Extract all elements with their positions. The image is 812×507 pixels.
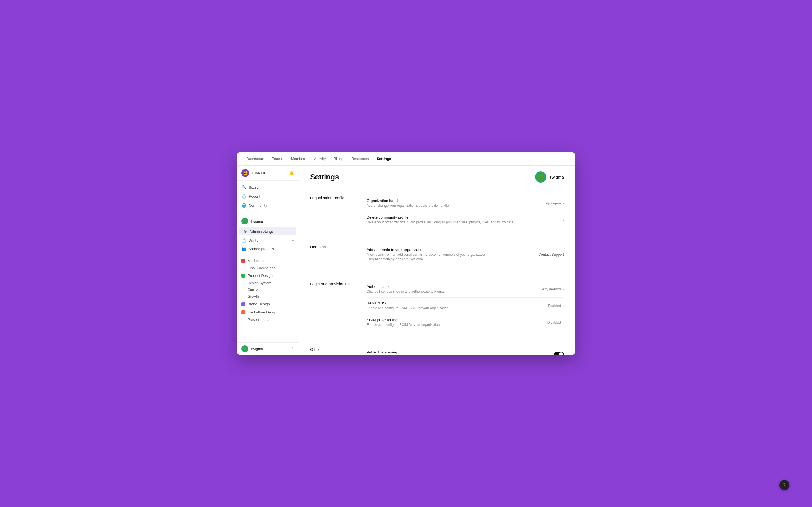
sidebar: 🐱 Yuna Lu 🔔 🔍 Search 🕐 Recent 🌐 [237, 166, 299, 355]
org-icon: 🌿 [241, 218, 248, 224]
settings-section-org-profile: Organization profile Organization handle… [310, 187, 564, 236]
product-design-color-dot [241, 274, 245, 278]
chevron-right-icon-3: › [562, 287, 564, 291]
hackathon-color-dot [241, 311, 245, 314]
sidebar-admin-settings[interactable]: ⚙ Admin settings [239, 227, 296, 235]
scim-info: SCIM provisioning Enable and configure S… [366, 318, 547, 327]
public-link-title: Public link sharing [366, 350, 554, 354]
org-handle-info: Organization handle Add or change your o… [366, 199, 546, 208]
sidebar-item-search[interactable]: 🔍 Search [237, 183, 299, 192]
sidebar-user[interactable]: 🐱 Yuna Lu [241, 169, 265, 177]
add-domain-desc: Allow users from an additional domain to… [366, 252, 539, 262]
sidebar-sub-email-campaigns[interactable]: Email Campaigns [237, 265, 299, 272]
marketing-label: Marketing [248, 259, 264, 263]
settings-item-delete-community[interactable]: Delete community profile Delete your org… [366, 212, 564, 228]
sidebar-team-brand-design[interactable]: Brand Design [237, 300, 299, 308]
help-button[interactable]: ? [779, 480, 790, 490]
top-nav-teams[interactable]: Teams [269, 156, 286, 162]
sidebar-item-drafts[interactable]: 📄 Drafts + [237, 236, 299, 244]
app-window: Dashboard Teams Members Activity Billing… [237, 152, 575, 355]
sidebar-sub-design-system[interactable]: Design System [237, 280, 299, 286]
saml-action: Enabled › [548, 304, 564, 308]
scim-title: SCIM provisioning [366, 318, 547, 322]
login-items: Authentication Change how users log in a… [366, 281, 564, 330]
drafts-add-icon[interactable]: + [292, 238, 294, 242]
auth-desc: Change how users log in and authenticate… [366, 289, 542, 294]
settings-item-saml-sso[interactable]: SAML SSO Enable and configure SAML SSO f… [366, 298, 564, 314]
chevron-right-icon: › [562, 201, 564, 206]
footer-chevron-icon[interactable]: ⌃ [291, 346, 294, 351]
org-handle-title: Organization handle [366, 199, 546, 203]
domains-action: Contact Support [539, 252, 564, 257]
other-section-label: Other [310, 347, 355, 355]
sidebar-nav: 🔍 Search 🕐 Recent 🌐 Community [237, 180, 299, 212]
org-profile-items: Organization handle Add or change your o… [366, 195, 564, 228]
sidebar-header: 🐱 Yuna Lu 🔔 [237, 166, 299, 180]
saml-desc: Enable and configure SAML SSO for your o… [366, 306, 548, 311]
sidebar-org-item[interactable]: 🌿 Twigma [237, 216, 299, 226]
org-badge: 🌿 Twigma [535, 171, 564, 182]
settings-section-domains: Domains Add a domain to your organizatio… [310, 236, 564, 274]
delete-community-info: Delete community profile Delete your org… [366, 215, 562, 225]
avatar: 🐱 [241, 169, 249, 177]
drafts-label: Drafts [248, 238, 258, 242]
top-nav-billing[interactable]: Billing [331, 156, 346, 162]
sidebar-sub-growth[interactable]: Growth [237, 293, 299, 300]
shared-projects-icon: 👥 [241, 246, 246, 251]
sidebar-item-community[interactable]: 🌐 Community [237, 201, 299, 210]
notification-bell-icon[interactable]: 🔔 [289, 170, 294, 176]
settings-item-org-handle[interactable]: Organization handle Add or change your o… [366, 195, 564, 212]
top-nav-dashboard[interactable]: Dashboard [244, 156, 267, 162]
community-icon: 🌐 [241, 203, 246, 208]
sidebar-community-label: Community [249, 203, 267, 208]
settings-item-add-domain[interactable]: Add a domain to your organization Allow … [366, 244, 564, 265]
recent-icon: 🕐 [241, 194, 246, 199]
settings-item-authentication[interactable]: Authentication Change how users log in a… [366, 281, 564, 298]
domains-section-label: Domains [310, 244, 355, 265]
sidebar-item-shared-projects[interactable]: 👥 Shared projects [237, 244, 299, 253]
auth-action: Any method › [542, 287, 564, 291]
org-profile-section-label: Organization profile [310, 195, 355, 228]
scim-action: Disabled › [547, 320, 564, 325]
sidebar-footer-org[interactable]: 🌿 Twigma [241, 345, 263, 352]
avatar-emoji: 🐱 [243, 171, 248, 175]
top-nav-members[interactable]: Members [288, 156, 309, 162]
delete-community-desc: Delete your organization's public profil… [366, 220, 562, 225]
top-nav: Dashboard Teams Members Activity Billing… [237, 152, 575, 166]
sidebar-item-recent[interactable]: 🕐 Recent [237, 192, 299, 201]
org-handle-desc: Add or change your organization's public… [366, 203, 546, 208]
chevron-right-icon-2: › [562, 218, 564, 222]
admin-settings-label: Admin settings [250, 229, 273, 233]
search-icon: 🔍 [241, 185, 246, 190]
contact-support-button[interactable]: Contact Support [539, 252, 564, 257]
content-area: Settings 🌿 Twigma Organization profile O… [299, 166, 575, 355]
org-name-label: Twigma [250, 219, 263, 223]
org-handle-action: @twigma › [546, 201, 564, 206]
org-badge-avatar: 🌿 [535, 171, 546, 182]
sidebar-sub-core-app[interactable]: Core App [237, 286, 299, 293]
admin-settings-icon: ⚙ [244, 229, 247, 233]
footer-org-icon: 🌿 [241, 345, 248, 352]
public-link-toggle[interactable] [554, 352, 564, 355]
top-nav-resources[interactable]: Resources [349, 156, 371, 162]
auth-title: Authentication [366, 284, 542, 289]
sidebar-recent-label: Recent [249, 194, 260, 199]
scim-desc: Enable and configure SCIM for your organ… [366, 323, 547, 327]
main-layout: 🐱 Yuna Lu 🔔 🔍 Search 🕐 Recent 🌐 [237, 166, 575, 355]
settings-item-public-link: Public link sharing Enable users to shar… [366, 347, 564, 355]
sidebar-team-marketing[interactable]: Marketing [237, 257, 299, 265]
settings-section-login: Login and provisioning Authentication Ch… [310, 273, 564, 339]
sidebar-search-label: Search [249, 185, 260, 189]
product-design-label: Product Design [248, 274, 273, 278]
username-label: Yuna Lu [252, 171, 265, 175]
top-nav-settings[interactable]: Settings [374, 156, 394, 162]
domains-items: Add a domain to your organization Allow … [366, 244, 564, 265]
sidebar-sub-presentations[interactable]: Presentations [237, 316, 299, 323]
settings-content: Organization profile Organization handle… [299, 187, 575, 355]
top-nav-activity[interactable]: Activity [311, 156, 328, 162]
footer-org-name: Twigma [250, 347, 263, 351]
drafts-left: 📄 Drafts [241, 238, 258, 242]
settings-item-scim[interactable]: SCIM provisioning Enable and configure S… [366, 314, 564, 331]
sidebar-team-hackathon[interactable]: Hackathon Group [237, 308, 299, 316]
sidebar-team-product-design[interactable]: Product Design [237, 272, 299, 280]
